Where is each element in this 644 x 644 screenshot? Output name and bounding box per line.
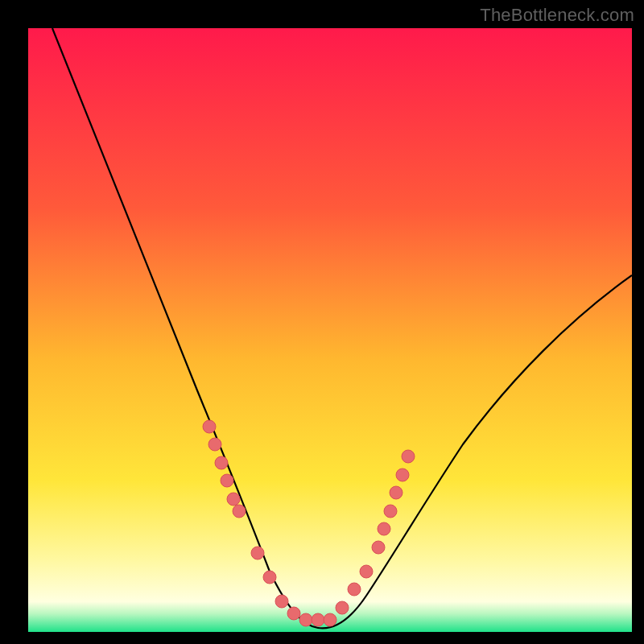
dot <box>336 601 349 614</box>
dot <box>221 474 233 487</box>
dot <box>396 469 409 481</box>
dot <box>402 450 415 463</box>
dot <box>348 583 361 596</box>
dot <box>390 486 402 499</box>
dot <box>372 541 385 554</box>
dot <box>203 420 216 433</box>
dot <box>208 438 221 451</box>
dot <box>251 547 264 559</box>
watermark-text: TheBottleneck.com <box>480 5 634 26</box>
dot <box>312 613 324 626</box>
dot <box>227 493 240 506</box>
dot <box>275 595 288 608</box>
dot <box>215 456 228 469</box>
dot <box>263 571 276 584</box>
dot <box>378 522 390 535</box>
bottleneck-plot <box>28 28 632 632</box>
gradient-background <box>28 28 632 632</box>
dot <box>233 505 246 518</box>
dot <box>299 613 312 626</box>
dot <box>384 505 397 518</box>
dot <box>360 565 373 578</box>
dot <box>324 613 336 626</box>
chart-frame: TheBottleneck.com <box>0 0 644 644</box>
dot <box>287 607 300 620</box>
